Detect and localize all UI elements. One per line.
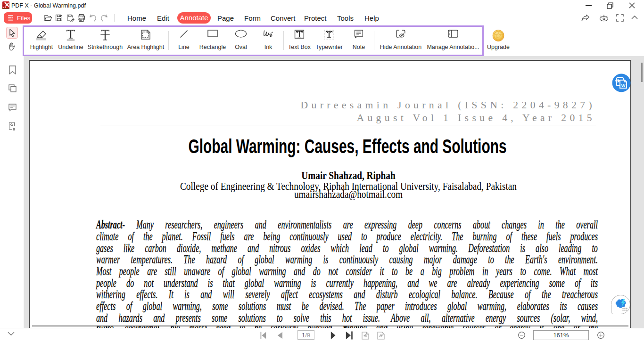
svg-text:W: W — [621, 83, 626, 88]
